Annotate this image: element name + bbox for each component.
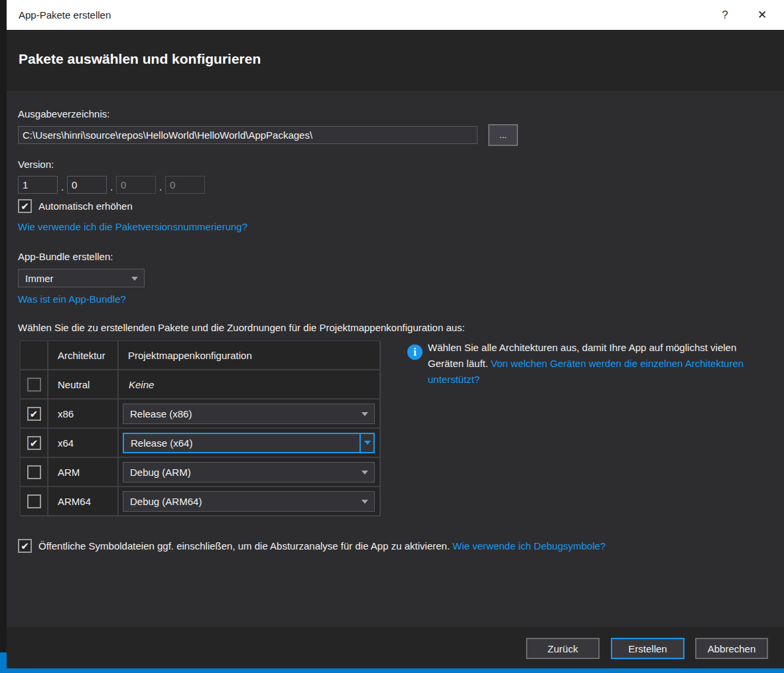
table-row-x86-checkcell: ✔ (21, 400, 47, 427)
dialog-titlebar: App-Pakete erstellen ? ✕ (7, 0, 784, 30)
app-bundle-dropdown[interactable]: Immer (18, 269, 145, 287)
back-button[interactable]: Zurück (526, 638, 600, 659)
table-row-x86-arch: x86 (48, 400, 117, 427)
x86-config-dropdown[interactable]: Release (x86) (123, 404, 375, 424)
table-row-arm64-checkcell (21, 487, 47, 515)
arm64-config-value: Debug (ARM64) (130, 496, 202, 507)
vs-status-bar (0, 668, 784, 673)
neutral-checkbox[interactable] (27, 378, 41, 392)
symbols-label-text: Öffentliche Symboldateien ggf. einschlie… (38, 540, 452, 552)
version-major-input[interactable] (18, 176, 58, 194)
x64-config-value: Release (x64) (131, 437, 192, 449)
app-bundle-label: App-Bundle erstellen: (18, 251, 113, 262)
version-separator: . (156, 181, 165, 194)
table-row-arm-checkcell (21, 458, 47, 486)
arm-checkbox[interactable] (27, 465, 41, 479)
x86-checkbox[interactable]: ✔ (27, 407, 41, 421)
version-label: Version: (18, 159, 54, 170)
table-row-neutral-config: Keine (119, 370, 379, 398)
packages-caption: Wählen Sie die zu erstellenden Pakete un… (18, 322, 465, 333)
close-icon[interactable]: ✕ (740, 8, 784, 22)
symbols-label: Öffentliche Symboldateien ggf. einschlie… (38, 540, 606, 552)
x86-config-value: Release (x86) (130, 408, 192, 419)
arm-config-value: Debug (ARM) (130, 467, 191, 478)
browse-button[interactable]: ... (488, 124, 518, 146)
chevron-down-icon (131, 277, 138, 281)
chevron-down-icon (361, 471, 368, 475)
dialog-header: Pakete auswählen und konfigurieren (7, 30, 784, 91)
packages-table: Architektur Projektmappenkonfiguration N… (20, 340, 380, 516)
chevron-down-icon (361, 412, 368, 416)
table-row-neutral-checkcell (21, 370, 47, 398)
symbols-checkbox[interactable]: ✔ (18, 539, 32, 553)
auto-increment-label: Automatisch erhöhen (38, 200, 133, 212)
table-header-configuration: Projektmappenkonfiguration (119, 341, 379, 369)
app-bundle-selected-value: Immer (25, 273, 54, 284)
table-row-arm64-config: Debug (ARM64) (119, 487, 379, 515)
output-dir-label: Ausgabeverzeichnis: (18, 108, 109, 119)
auto-increment-row: ✔ Automatisch erhöhen (18, 199, 133, 213)
x64-dropdown-button[interactable] (359, 434, 373, 452)
version-minor-input[interactable] (67, 176, 107, 194)
version-fields: . . . (18, 176, 205, 194)
version-separator: . (58, 181, 67, 194)
info-icon: i (407, 344, 423, 360)
page-title: Pakete auswählen und konfigurieren (19, 51, 261, 67)
arm64-checkbox[interactable] (27, 494, 41, 508)
create-app-packages-dialog: App-Pakete erstellen ? ✕ Pakete auswähle… (0, 0, 784, 673)
table-header-architecture: Architektur (48, 341, 117, 369)
chevron-down-icon (364, 441, 371, 445)
x64-config-dropdown[interactable]: Release (x64) (123, 433, 375, 453)
table-header-check (21, 341, 47, 369)
arm-config-dropdown[interactable]: Debug (ARM) (123, 462, 375, 483)
architecture-info-text: Wählen Sie alle Architekturen aus, damit… (428, 340, 759, 388)
arm64-config-dropdown[interactable]: Debug (ARM64) (123, 491, 375, 512)
table-row-x64-arch: x64 (48, 429, 117, 457)
version-build-input (116, 176, 156, 194)
table-row-arm-config: Debug (ARM) (119, 458, 379, 486)
cancel-button[interactable]: Abbrechen (695, 638, 768, 659)
version-separator: . (107, 181, 116, 194)
help-icon[interactable]: ? (710, 9, 740, 22)
table-row-x64-config: Release (x64) (119, 429, 379, 457)
create-button[interactable]: Erstellen (611, 638, 685, 659)
background-window-strip (0, 0, 7, 673)
versioning-help-link[interactable]: Wie verwende ich die Paketversionsnummer… (18, 221, 247, 232)
table-row-arm64-arch: ARM64 (48, 487, 117, 515)
version-revision-input (165, 176, 205, 194)
table-row-neutral-arch: Neutral (48, 370, 117, 398)
table-row-x86-config: Release (x86) (119, 400, 379, 427)
auto-increment-checkbox[interactable]: ✔ (18, 199, 32, 213)
table-row-arm-arch: ARM (48, 458, 117, 486)
neutral-config-value: Keine (119, 379, 154, 390)
output-dir-input[interactable] (18, 126, 478, 144)
chevron-down-icon (361, 500, 368, 504)
x64-checkbox[interactable]: ✔ (27, 436, 41, 450)
symbols-row: ✔ Öffentliche Symboldateien ggf. einschl… (18, 539, 606, 553)
table-row-x64-checkcell: ✔ (21, 429, 47, 457)
app-bundle-help-link[interactable]: Was ist ein App-Bundle? (18, 293, 126, 305)
dialog-title: App-Pakete erstellen (19, 9, 111, 21)
debug-symbols-link[interactable]: Wie verwende ich Debugsymbole? (452, 540, 606, 552)
